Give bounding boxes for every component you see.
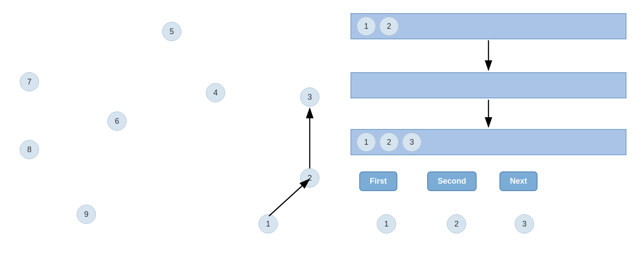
node-4: 4 xyxy=(206,83,225,102)
node-5: 5 xyxy=(162,22,181,41)
bottom-node-1: 1 xyxy=(377,214,396,234)
node-6: 6 xyxy=(107,112,127,131)
row-box-3: 1 2 3 xyxy=(350,129,626,155)
graph-node-2: 2 xyxy=(300,168,319,188)
bottom-node-2: 2 xyxy=(447,214,466,234)
graph-node-3: 3 xyxy=(300,87,319,107)
node-7: 7 xyxy=(20,72,39,91)
row3-node-2: 2 xyxy=(379,132,399,152)
node-9: 9 xyxy=(77,205,96,224)
second-button[interactable]: Second xyxy=(427,171,477,191)
next-button[interactable]: Next xyxy=(499,171,538,191)
node-8: 8 xyxy=(20,140,39,159)
row3-node-3: 3 xyxy=(402,132,421,152)
first-button[interactable]: First xyxy=(359,171,397,191)
graph-node-1: 1 xyxy=(258,214,278,234)
bottom-node-3: 3 xyxy=(515,214,534,234)
row3-node-1: 1 xyxy=(357,132,376,152)
row1-node-2: 2 xyxy=(379,17,399,36)
row-box-2 xyxy=(350,72,626,98)
row1-node-1: 1 xyxy=(357,17,376,36)
row-box-1: 1 2 xyxy=(350,13,626,39)
